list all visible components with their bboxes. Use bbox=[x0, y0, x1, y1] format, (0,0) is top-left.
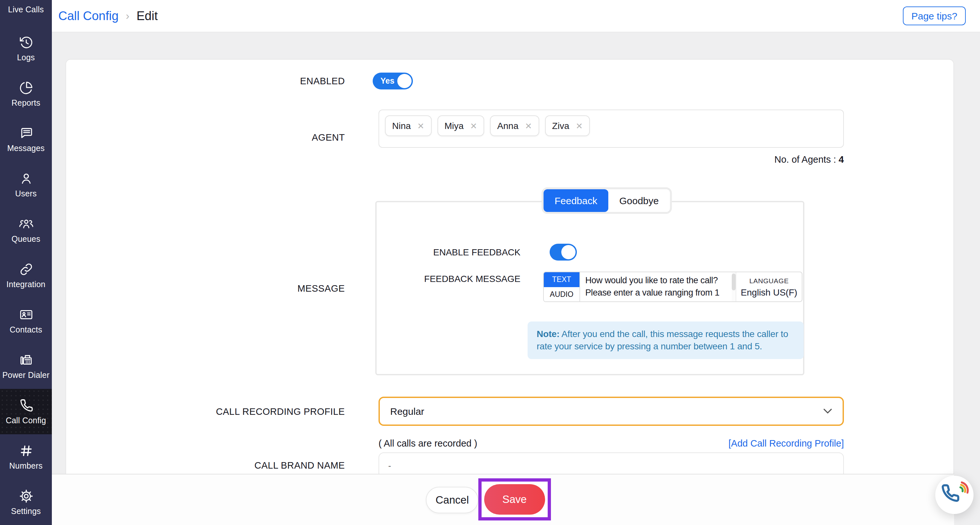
call-brand-name-label: CALL BRAND NAME bbox=[66, 460, 345, 471]
save-highlight-box: Save bbox=[478, 478, 550, 520]
add-call-recording-profile-link[interactable]: [Add Call Recording Profile] bbox=[729, 438, 844, 449]
phone-widget-button[interactable] bbox=[935, 476, 974, 514]
remove-tag-icon[interactable]: ✕ bbox=[417, 121, 425, 130]
chat-icon bbox=[19, 126, 33, 141]
call-brand-name-input[interactable]: - bbox=[379, 452, 844, 474]
sidebar-item-reports[interactable]: Reports bbox=[0, 71, 52, 117]
sidebar-item-label: Settings bbox=[11, 507, 41, 516]
feedback-message-text[interactable]: How would you like to rate the call? Ple… bbox=[580, 272, 732, 301]
agent-count: No. of Agents : 4 bbox=[379, 154, 844, 165]
hash-icon bbox=[19, 443, 33, 458]
editor-scrollbar[interactable] bbox=[732, 272, 736, 301]
save-button[interactable]: Save bbox=[484, 484, 545, 515]
sidebar-item-users[interactable]: Users bbox=[0, 162, 52, 207]
agent-tag-label: Nina bbox=[392, 121, 411, 131]
recording-hint: ( All calls are recorded ) bbox=[379, 438, 477, 449]
call-config-form-card: ENABLED Yes AGENT Nina ✕ bbox=[65, 59, 954, 474]
tab-audio[interactable]: AUDIO bbox=[544, 287, 579, 301]
agent-tag-label: Ziva bbox=[552, 121, 570, 131]
select-value: Regular bbox=[390, 406, 424, 417]
toggle-knob bbox=[397, 74, 412, 88]
language-selector[interactable]: LANGUAGE English US(F) bbox=[736, 272, 802, 301]
remove-tag-icon[interactable]: ✕ bbox=[470, 121, 477, 130]
agent-tag-label: Anna bbox=[497, 121, 518, 131]
feedback-note: Note: After you end the call, this messa… bbox=[528, 321, 804, 359]
page-tips-button[interactable]: Page tips? bbox=[903, 6, 966, 25]
tab-feedback[interactable]: Feedback bbox=[544, 189, 608, 212]
agent-label: AGENT bbox=[66, 132, 345, 142]
agent-field: Nina ✕ Miya ✕ Anna ✕ bbox=[379, 110, 844, 165]
agent-tag: Anna ✕ bbox=[490, 115, 539, 136]
call-recording-profile-select[interactable]: Regular bbox=[379, 397, 844, 426]
tab-text[interactable]: TEXT bbox=[544, 272, 579, 287]
id-card-icon bbox=[19, 307, 33, 322]
agent-row: AGENT Nina ✕ Miya ✕ A bbox=[66, 110, 953, 165]
phone-handset-waves-icon bbox=[935, 474, 974, 515]
sidebar-item-contacts[interactable]: Contacts bbox=[0, 298, 52, 344]
agent-tag: Ziva ✕ bbox=[545, 115, 590, 136]
agent-tag: Nina ✕ bbox=[385, 115, 431, 136]
history-icon bbox=[19, 35, 33, 50]
breadcrumb-call-config[interactable]: Call Config bbox=[58, 9, 119, 23]
toggle-on-label: Yes bbox=[380, 76, 395, 86]
enabled-label: ENABLED bbox=[66, 76, 345, 86]
sidebar-item-label: Messages bbox=[7, 144, 45, 153]
sidebar-item-label: Users bbox=[15, 189, 37, 198]
remove-tag-icon[interactable]: ✕ bbox=[576, 121, 583, 130]
content-area: ENABLED Yes AGENT Nina ✕ bbox=[52, 32, 980, 474]
language-value: English US(F) bbox=[741, 287, 797, 297]
sidebar-item-settings[interactable]: Settings bbox=[0, 480, 52, 525]
recording-caption-row: ( All calls are recorded ) [Add Call Rec… bbox=[379, 438, 844, 449]
breadcrumb-current: Edit bbox=[137, 9, 158, 23]
agent-count-label: No. of Agents : bbox=[775, 154, 836, 165]
sidebar-item-power-dialer[interactable]: Power Dialer bbox=[0, 344, 52, 389]
tab-goodbye[interactable]: Goodbye bbox=[608, 189, 670, 212]
feedback-message-label: FEEDBACK MESSAGE bbox=[377, 274, 520, 284]
enable-feedback-row: ENABLE FEEDBACK bbox=[377, 244, 803, 261]
sidebar-item-label: Numbers bbox=[10, 461, 43, 471]
sidebar-item-numbers[interactable]: Numbers bbox=[0, 434, 52, 480]
sidebar-item-queues[interactable]: Queues bbox=[0, 207, 52, 253]
sidebar-item-label: Live Calls bbox=[8, 5, 44, 14]
message-tab-group: Feedback Goodbye bbox=[541, 187, 672, 214]
sidebar-item-integration[interactable]: Integration bbox=[0, 253, 52, 298]
sidebar-item-live-calls[interactable]: Live Calls bbox=[0, 0, 52, 26]
link-icon bbox=[19, 262, 33, 277]
enable-feedback-toggle[interactable] bbox=[550, 244, 577, 261]
sidebar-item-label: Reports bbox=[12, 99, 40, 108]
editor-mode-tabs: TEXT AUDIO bbox=[544, 272, 580, 301]
agent-tag-label: Miya bbox=[444, 121, 463, 131]
call-recording-profile-row: CALL RECORDING PROFILE Regular bbox=[66, 397, 953, 426]
sidebar-item-label: Contacts bbox=[10, 325, 42, 334]
call-recording-profile-label: CALL RECORDING PROFILE bbox=[66, 406, 345, 417]
sidebar-item-logs[interactable]: Logs bbox=[0, 26, 52, 71]
main: Call Config › Edit Page tips? ENABLED Ye… bbox=[52, 0, 980, 525]
sidebar-item-label: Integration bbox=[6, 280, 45, 289]
sidebar: Live Calls Logs Reports bbox=[0, 0, 52, 525]
footer-bar: Cancel Save bbox=[52, 474, 980, 525]
sidebar-item-messages[interactable]: Messages bbox=[0, 117, 52, 162]
enable-feedback-label: ENABLE FEEDBACK bbox=[377, 247, 520, 257]
agent-tags-input[interactable]: Nina ✕ Miya ✕ Anna ✕ bbox=[379, 110, 844, 148]
user-icon bbox=[19, 171, 33, 186]
message-row: MESSAGE Feedback Goodbye ENABLE FEEDBACK bbox=[66, 201, 953, 375]
pie-chart-icon bbox=[19, 80, 33, 95]
language-label: LANGUAGE bbox=[749, 277, 789, 284]
remove-tag-icon[interactable]: ✕ bbox=[525, 121, 532, 130]
phone-icon bbox=[19, 398, 33, 413]
message-panel: Feedback Goodbye ENABLE FEEDBACK FEEDBAC… bbox=[375, 201, 804, 375]
cancel-button[interactable]: Cancel bbox=[426, 487, 479, 513]
feedback-message-editor: TEXT AUDIO How would you like to rate th… bbox=[543, 272, 802, 302]
sidebar-item-label: Power Dialer bbox=[2, 371, 49, 380]
enabled-toggle[interactable]: Yes bbox=[373, 73, 413, 89]
gear-icon bbox=[19, 489, 33, 504]
sidebar-item-label: Logs bbox=[17, 53, 35, 62]
enabled-row: ENABLED Yes bbox=[66, 73, 953, 89]
chevron-down-icon bbox=[823, 408, 832, 414]
sidebar-item-call-config[interactable]: Call Config bbox=[0, 389, 52, 434]
group-icon bbox=[19, 216, 33, 231]
agent-tag: Miya ✕ bbox=[437, 115, 484, 136]
call-brand-name-value: - bbox=[388, 460, 391, 470]
fax-icon bbox=[19, 353, 33, 368]
message-label: MESSAGE bbox=[66, 283, 345, 293]
